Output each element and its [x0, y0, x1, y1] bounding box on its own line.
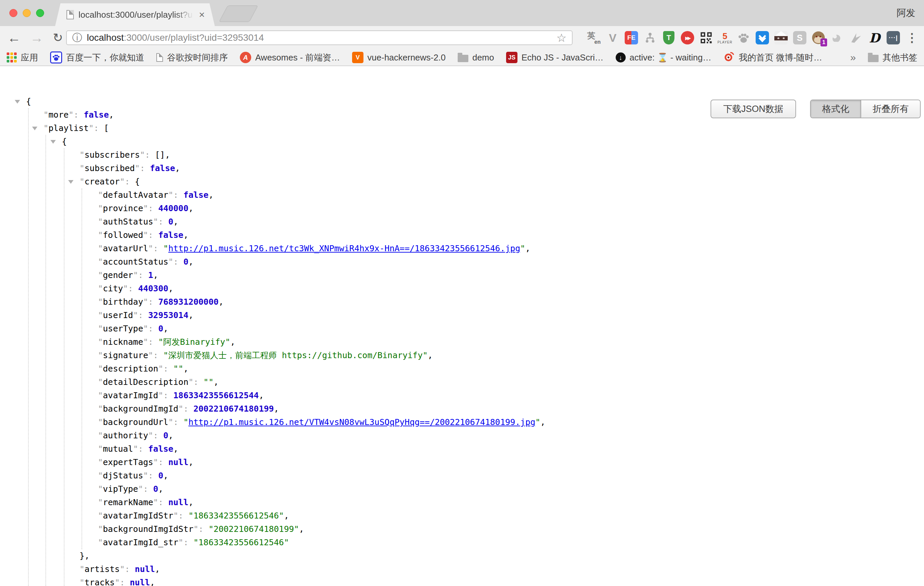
fastforward-icon[interactable]: ▸▸ [680, 30, 695, 45]
maximize-window-icon[interactable] [36, 9, 44, 17]
json-token: ": [148, 431, 163, 440]
vue-gray-icon[interactable]: V [605, 30, 620, 45]
json-token: " [98, 497, 103, 507]
expander-icon[interactable] [15, 100, 20, 104]
json-key: avatarImgId [103, 391, 158, 400]
json-token: false [183, 190, 208, 200]
json-token: , [150, 578, 155, 586]
bookmark-item[interactable]: 谷歌按时间排序 [156, 52, 228, 63]
bookmark-item[interactable]: ↓active: ⌛ - waiting… [615, 53, 711, 63]
mask-icon[interactable] [774, 30, 789, 45]
paw-icon[interactable] [736, 30, 751, 45]
tab-active[interactable]: localhost:3000/user/playlist?ui × [55, 3, 215, 26]
folder-icon [868, 55, 879, 62]
bird-icon[interactable] [830, 30, 845, 45]
expander-icon[interactable] [32, 127, 38, 130]
json-token: , [541, 417, 546, 427]
json-line: "province": 440000, [0, 202, 924, 215]
bookmark-item[interactable]: AAwesomes - 前端资… [240, 52, 340, 63]
json-link[interactable]: http://p1.music.126.net/tc3Wk_XNPmwiR4hx… [168, 244, 520, 253]
new-tab-button[interactable] [219, 5, 259, 22]
s-icon[interactable]: S [792, 30, 807, 45]
json-line: "backgroundImgId": 2002210674180199, [0, 402, 924, 416]
json-token: 768931200000 [158, 297, 219, 307]
d-icon[interactable]: D [867, 30, 882, 45]
icon-glyph: V [606, 31, 619, 45]
json-token: " [98, 297, 103, 307]
site-info-icon[interactable]: ⓘ [72, 31, 82, 45]
bookmark-item[interactable]: 百度一下，你就知道 [50, 51, 144, 63]
html5-player-icon[interactable]: 5PLAYER [718, 30, 732, 45]
url-path: :3000/user/playlist?uid=32953014 [124, 32, 264, 43]
ellipsis-icon[interactable]: ···| [886, 30, 901, 45]
blue-chevrons-icon[interactable] [755, 30, 770, 45]
json-link[interactable]: http://p1.music.126.net/VTW4vsN08vwL3uSQ… [188, 417, 536, 427]
bookmark-item[interactable]: 应用 [7, 52, 38, 63]
json-line: "remarkName": null, [0, 496, 924, 509]
json-token: ": [153, 217, 168, 226]
bookmark-item[interactable]: demo [458, 53, 494, 63]
json-token: , [109, 110, 114, 120]
json-token: ": [168, 417, 183, 427]
json-token: " [98, 324, 103, 333]
json-token: " [98, 391, 103, 400]
json-key: userType [103, 324, 143, 333]
icon-glyph: ···| [886, 31, 900, 45]
minimize-window-icon[interactable] [23, 9, 31, 17]
qrcode-icon[interactable] [699, 30, 714, 45]
json-token: 0 [168, 217, 173, 226]
json-key: creator [84, 177, 120, 187]
json-token: , [173, 444, 178, 454]
translate-icon[interactable]: 英en [587, 30, 601, 45]
expander-icon[interactable] [50, 140, 56, 144]
json-key: djStatus [103, 471, 143, 480]
json-token: ": [135, 163, 150, 173]
json-line: { [0, 135, 924, 149]
json-key: backgroundImgId [103, 404, 178, 414]
json-line: "defaultAvatar": false, [0, 188, 924, 202]
json-token: ": [133, 444, 148, 454]
bookmarks-overflow-icon[interactable]: » [850, 52, 856, 63]
json-token: " [79, 150, 84, 160]
fe-icon[interactable]: FE [624, 30, 639, 45]
bookmark-star-icon[interactable]: ☆ [556, 31, 566, 45]
sitemap-icon[interactable] [643, 30, 657, 45]
url-bar[interactable]: ⓘ localhost :3000/user/playlist?uid=3295… [66, 30, 573, 45]
json-token: "" [203, 377, 213, 387]
monkey-icon[interactable]: 1 [811, 30, 826, 45]
json-token: , [188, 203, 193, 213]
json-token: ": [143, 230, 158, 240]
json-token: { [135, 177, 140, 187]
back-button[interactable]: ← [7, 26, 21, 50]
folder-icon [458, 55, 469, 62]
profile-name[interactable]: 阿发 [897, 0, 915, 26]
other-bookmarks-button[interactable]: 其他书签 [868, 52, 917, 63]
json-token: 0 [158, 324, 163, 333]
chrome-menu-icon[interactable]: ⋮ [906, 26, 918, 50]
json-key: mutual [103, 444, 133, 454]
bookmark-item[interactable]: 我的首页 微博-随时… [723, 51, 822, 64]
mask-band [774, 36, 788, 40]
json-token: 18633423556612544 [173, 391, 259, 400]
bookmark-item[interactable]: JSEcho JS - JavaScri… [506, 52, 604, 63]
bookmark-label: 我的首页 微博-随时… [739, 52, 822, 63]
json-token: "2002210674180199" [208, 524, 299, 534]
json-token: , [188, 257, 193, 267]
tampermonkey-shield-icon[interactable]: T [662, 30, 676, 45]
bookmark-label: 应用 [21, 52, 38, 63]
hummingbird-icon[interactable] [848, 30, 863, 45]
tab-close-icon[interactable]: × [199, 10, 205, 20]
json-key: defaultAvatar [103, 190, 168, 200]
expander-icon[interactable] [68, 180, 74, 184]
json-key: subscribed [84, 163, 135, 173]
bookmarks-bar: 应用百度一下，你就知道谷歌按时间排序AAwesomes - 前端资…Vvue-h… [0, 50, 924, 66]
bookmark-item[interactable]: Vvue-hackernews-2.0 [352, 52, 446, 63]
json-token: " [183, 417, 188, 427]
close-window-icon[interactable] [9, 9, 17, 17]
bookmark-label: 谷歌按时间排序 [167, 52, 228, 63]
reload-button[interactable]: ↻ [53, 26, 63, 50]
json-key: city [103, 284, 123, 293]
json-token: 32953014 [148, 310, 188, 320]
json-token: "18633423556612546" [193, 538, 289, 547]
json-line: "userId": 32953014, [0, 309, 924, 322]
